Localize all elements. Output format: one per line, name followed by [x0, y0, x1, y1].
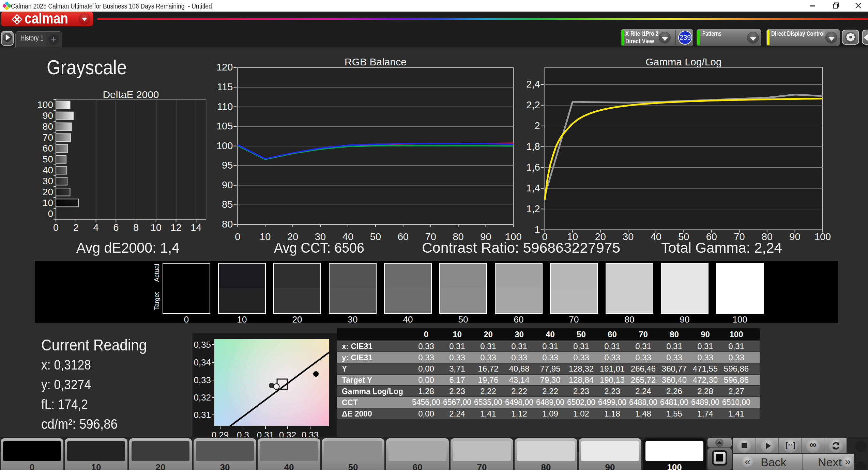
- svg-text:12: 12: [170, 222, 181, 233]
- svg-text:1,8: 1,8: [526, 141, 540, 152]
- svg-text:4: 4: [93, 222, 99, 233]
- svg-text:Gamma Log/Log: Gamma Log/Log: [645, 56, 721, 67]
- svg-text:105: 105: [216, 121, 233, 131]
- svg-text:90: 90: [43, 110, 53, 121]
- svg-text:120: 120: [216, 62, 233, 73]
- svg-text:30: 30: [43, 176, 53, 186]
- svg-text:60: 60: [43, 143, 53, 154]
- svg-text:20: 20: [43, 187, 53, 197]
- svg-text:50: 50: [370, 231, 381, 242]
- svg-text:10: 10: [43, 198, 53, 208]
- svg-text:2: 2: [534, 120, 540, 131]
- svg-text:8: 8: [133, 222, 139, 233]
- svg-text:40: 40: [651, 231, 661, 242]
- svg-text:115: 115: [217, 81, 233, 92]
- svg-text:10: 10: [260, 231, 271, 242]
- svg-text:100: 100: [216, 140, 233, 151]
- svg-text:30: 30: [623, 231, 634, 242]
- svg-text:DeltaE 2000: DeltaE 2000: [103, 89, 159, 100]
- svg-text:10: 10: [151, 222, 162, 233]
- svg-text:40: 40: [43, 165, 53, 175]
- svg-text:100: 100: [814, 231, 831, 242]
- svg-text:100: 100: [37, 99, 53, 110]
- svg-text:2,2: 2,2: [526, 99, 540, 110]
- svg-text:1,4: 1,4: [526, 183, 540, 193]
- svg-text:2: 2: [73, 222, 79, 233]
- svg-text:60: 60: [398, 231, 409, 242]
- svg-text:80: 80: [222, 219, 233, 230]
- svg-text:70: 70: [43, 132, 53, 143]
- svg-text:1: 1: [534, 224, 540, 235]
- svg-text:95: 95: [222, 160, 233, 171]
- svg-text:0: 0: [235, 231, 240, 242]
- svg-text:0: 0: [53, 222, 59, 233]
- svg-text:RGB Balance: RGB Balance: [345, 56, 407, 67]
- svg-text:0: 0: [48, 208, 53, 219]
- svg-text:50: 50: [43, 154, 53, 164]
- svg-text:110: 110: [217, 101, 233, 112]
- svg-text:90: 90: [789, 231, 800, 242]
- svg-text:80: 80: [43, 121, 53, 132]
- svg-text:90: 90: [222, 179, 233, 190]
- svg-text:2,4: 2,4: [526, 79, 540, 90]
- svg-text:1,2: 1,2: [526, 203, 540, 214]
- svg-text:14: 14: [191, 222, 201, 233]
- svg-text:85: 85: [222, 199, 233, 210]
- svg-text:1,6: 1,6: [526, 162, 540, 173]
- svg-text:6: 6: [113, 222, 119, 233]
